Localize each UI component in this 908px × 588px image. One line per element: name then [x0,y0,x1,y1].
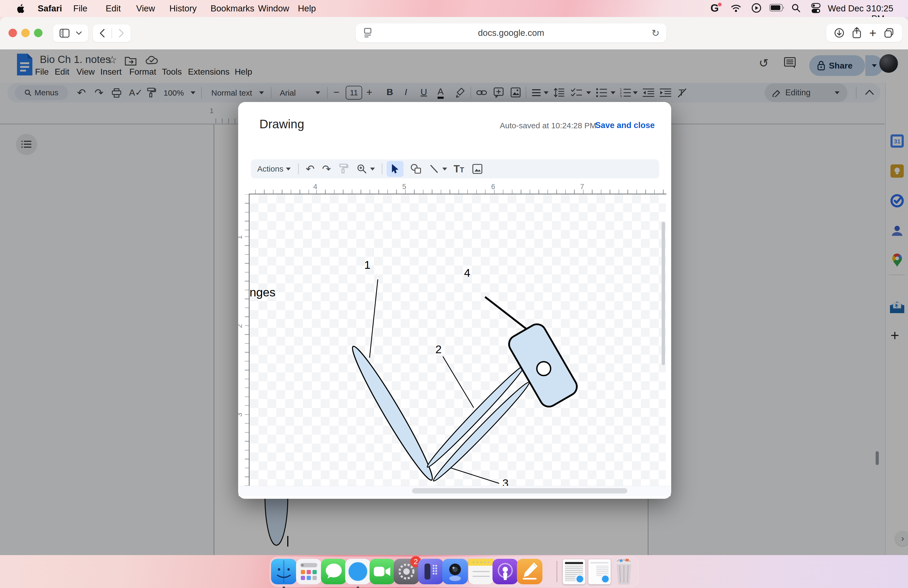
menubar-item-file[interactable]: File [73,3,87,13]
drawing-shapes: nges 1 2 3 4 [250,194,666,486]
downloads-icon[interactable] [834,27,845,38]
minimize-window-button[interactable] [21,29,30,37]
zoom-caret-icon [370,168,375,171]
actions-menu-button[interactable]: Actions [257,164,283,174]
label-1-leader-line[interactable] [370,279,378,358]
autosave-status: Auto-saved at 10:24:28 PM [500,121,596,130]
dock-settings-icon[interactable]: 2 [394,559,419,584]
spotlight-search-icon[interactable] [791,3,801,13]
chevron-down-icon [76,31,82,35]
toolbar-actions: + [826,24,902,42]
dock-finder-icon[interactable] [271,559,296,584]
drawing-zoom-icon[interactable] [357,164,367,174]
save-and-close-button[interactable]: Save and close [595,121,655,130]
drawing-paint-format-icon-disabled [339,163,348,174]
menubar-item-edit[interactable]: Edit [106,3,121,13]
thin-ellipse-shape-upper[interactable] [424,362,527,470]
share-icon[interactable] [852,27,861,39]
dialog-title: Drawing [259,117,304,131]
drawing-toolbar-divider [382,163,382,174]
forward-icon[interactable] [118,29,124,38]
dock-minimized-window[interactable] [563,559,585,584]
v-ruler-2: 2 [235,324,244,328]
line-tool-icon[interactable] [430,164,439,174]
select-tool-button-active[interactable] [386,161,404,177]
new-tab-icon[interactable]: + [869,27,876,38]
canvas-clipped-text[interactable]: nges [250,285,275,299]
actions-caret-icon [286,168,291,171]
text-box-tool-button[interactable]: TT [454,163,464,175]
drawing-undo-icon[interactable]: ↶ [306,164,315,174]
v-ruler-1: 1 [235,235,244,239]
dock-trash-icon[interactable] [612,559,636,585]
reader-icon[interactable] [363,28,372,38]
menubar-item-window[interactable]: Window [258,3,289,13]
grammarly-status-icon[interactable]: G [710,2,722,14]
canvas-horizontal-ruler: 4 5 6 7 [250,183,667,193]
label-4-leader-line[interactable] [485,297,526,329]
sidebar-toggle-button[interactable] [53,24,88,42]
h-ruler-ticks [250,190,667,193]
menubar-date[interactable]: Wed Dec 3 [828,3,871,13]
canvas-vertical-scrollbar[interactable] [662,222,665,365]
menubar-item-view[interactable]: View [136,3,155,13]
menubar-app-name[interactable]: Safari [38,3,62,13]
dock-remote-icon[interactable] [418,559,444,584]
canvas-horizontal-scrollbar[interactable] [412,488,627,493]
safari-window: docs.google.com ↻ + Bio Ch 1. notes ☆ Fi… [0,17,908,555]
finder-running-dot [282,586,285,588]
nav-divider [111,28,112,39]
shape-tool-icon[interactable] [411,164,422,174]
dock-minimized-window[interactable] [588,559,611,584]
address-bar[interactable]: docs.google.com ↻ [356,23,667,42]
label-3-leader-line[interactable] [451,468,499,483]
menubar-item-bookmarks[interactable]: Bookmarks [211,3,254,13]
battery-icon[interactable] [770,4,785,12]
control-center-icon[interactable] [811,3,821,13]
drawing-toolbar-divider [298,163,299,174]
dock-podcasts-icon[interactable] [493,559,518,584]
dock-area: 2 [0,555,908,588]
insert-image-tool-icon[interactable] [472,164,483,174]
macos-menu-bar: Safari File Edit View History Bookmarks … [0,0,908,17]
safari-badge-icon [601,574,610,584]
circle-shape[interactable] [537,362,551,375]
drawing-redo-icon[interactable]: ↷ [322,164,331,174]
safari-toolbar: docs.google.com ↻ + [0,17,908,50]
v-ruler-ticks [245,194,249,486]
reload-icon[interactable]: ↻ [652,27,660,39]
large-ellipse-shape[interactable] [346,342,439,484]
menubar-item-help[interactable]: Help [298,3,316,13]
apple-menu-icon[interactable] [16,3,26,14]
now-playing-icon[interactable] [751,3,761,13]
dock-photo-booth-icon[interactable] [442,559,468,584]
label-4[interactable]: 4 [464,267,470,279]
close-window-button[interactable] [8,29,17,37]
back-icon[interactable] [99,29,105,38]
menubar-item-history[interactable]: History [169,3,197,13]
wifi-icon[interactable] [731,4,741,12]
dock-launchpad-icon[interactable] [296,559,322,584]
dock-safari-icon[interactable] [345,559,370,584]
canvas-scroll-strip [239,486,671,496]
label-2-leader-line[interactable] [443,356,473,408]
dock-facetime-icon[interactable] [370,559,395,584]
zoom-window-button[interactable] [34,29,42,37]
thin-ellipse-shape-lower[interactable] [430,379,533,484]
nav-buttons [93,24,130,42]
v-ruler-3: 3 [235,413,244,417]
drawing-dialog: Drawing Auto-saved at 10:24:28 PM Save a… [238,102,671,499]
safari-running-dot [357,586,359,588]
tab-overview-icon[interactable] [884,27,895,38]
url-text: docs.google.com [356,23,667,42]
safari-badge-icon [575,574,584,584]
dock-messages-icon[interactable] [321,559,346,584]
drawing-canvas[interactable]: nges 1 2 3 4 [250,194,666,486]
drawing-toolbar: Actions ↶ ↷ TT [251,159,659,179]
dock-notes-icon[interactable] [468,559,494,584]
line-tool-caret-icon [442,168,447,171]
label-3[interactable]: 3 [502,477,509,486]
label-1[interactable]: 1 [364,259,370,271]
label-2[interactable]: 2 [435,343,441,356]
dock-pages-icon[interactable] [517,559,543,584]
